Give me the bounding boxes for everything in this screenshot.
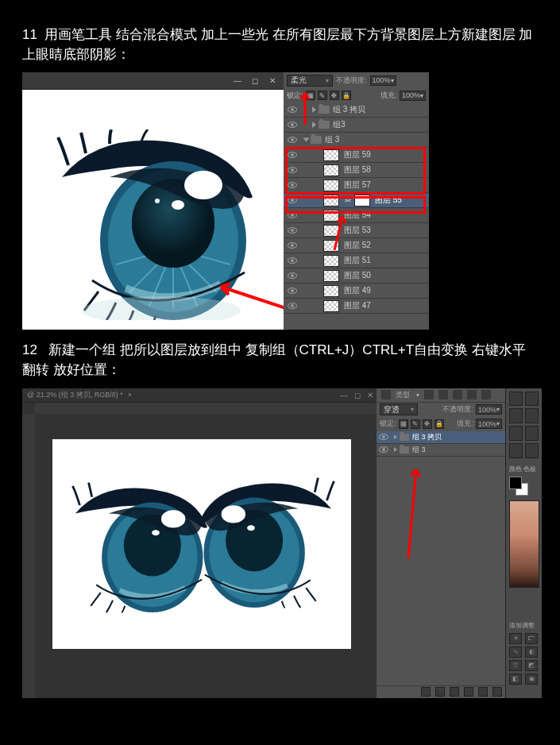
- adjust-brightness-icon[interactable]: ☀: [509, 633, 522, 644]
- expand-icon[interactable]: [312, 122, 316, 128]
- delete-icon[interactable]: [492, 687, 502, 697]
- opacity-label-2: 不透明度:: [442, 404, 473, 415]
- visibility-icon[interactable]: [379, 446, 388, 453]
- adjust-bw-icon[interactable]: ◧: [509, 674, 522, 685]
- panel-tab-icon[interactable]: [525, 392, 539, 407]
- lock-move-icon[interactable]: ✥: [330, 91, 339, 100]
- layer-row[interactable]: 图层 50: [284, 268, 429, 284]
- visibility-icon[interactable]: [288, 122, 297, 128]
- blend-mode-value: 柔光: [291, 75, 307, 86]
- layer-row[interactable]: 图层 54: [284, 208, 429, 223]
- visibility-icon[interactable]: [288, 167, 297, 173]
- maximize-icon[interactable]: ◻: [250, 77, 260, 85]
- close-tab-icon[interactable]: ×: [128, 391, 132, 399]
- expand-icon[interactable]: [394, 447, 397, 452]
- fill-field[interactable]: 100%▾: [400, 91, 426, 101]
- visibility-icon[interactable]: [288, 242, 297, 249]
- visibility-icon[interactable]: [288, 288, 297, 294]
- lock-all-icon[interactable]: 🔒: [434, 419, 444, 429]
- group-row[interactable]: 组 3: [284, 133, 429, 148]
- adjust-exposure-icon[interactable]: ◐: [525, 647, 538, 658]
- visibility-icon[interactable]: [288, 197, 297, 203]
- group-row[interactable]: 组 3 拷贝: [284, 102, 429, 118]
- expand-icon[interactable]: [303, 138, 310, 142]
- group-name: 组 3: [325, 134, 339, 145]
- layer-name: 图层 51: [344, 255, 371, 266]
- layer-row[interactable]: 图层 57: [284, 178, 429, 193]
- filter-image-icon[interactable]: [424, 390, 434, 400]
- filter-shape-icon[interactable]: [467, 390, 477, 400]
- minimize-icon[interactable]: —: [233, 77, 242, 85]
- window-controls-2: — ◻ ✕: [340, 388, 373, 403]
- document-tab[interactable]: @ 21.2% (组 3 拷贝, RGB/8) * ×: [22, 388, 377, 403]
- new-layer-icon[interactable]: [478, 687, 488, 697]
- panel-tab-icon[interactable]: [509, 443, 523, 458]
- panel-tab-icon[interactable]: [525, 426, 539, 441]
- layer-row[interactable]: 图层 51: [284, 253, 429, 268]
- visibility-icon[interactable]: [288, 272, 297, 279]
- panel-tab-icon[interactable]: [509, 392, 523, 407]
- minimize-icon[interactable]: —: [340, 391, 348, 400]
- link-layers-icon[interactable]: [421, 687, 431, 697]
- color-ramp[interactable]: [509, 500, 539, 588]
- layer-thumb: [323, 270, 339, 282]
- filter-text-icon[interactable]: [453, 390, 462, 400]
- layer-row[interactable]: 图层 58: [284, 163, 429, 178]
- kind-filter-icon[interactable]: [381, 390, 391, 400]
- new-group-icon[interactable]: [464, 687, 473, 697]
- visibility-icon[interactable]: [288, 106, 297, 113]
- filter-adjust-icon[interactable]: [438, 390, 448, 400]
- expand-icon[interactable]: [394, 434, 397, 439]
- adjust-photo-icon[interactable]: ◉: [525, 674, 538, 685]
- adjust-levels-icon[interactable]: ⫍: [525, 633, 538, 644]
- blend-mode-dropdown[interactable]: 柔光▾: [287, 75, 333, 87]
- group-row[interactable]: 组3: [284, 118, 429, 133]
- group-row[interactable]: 组 3: [377, 444, 505, 457]
- opacity-field-2[interactable]: 100%▾: [476, 404, 502, 415]
- visibility-icon[interactable]: [288, 257, 297, 264]
- layer-row[interactable]: 图层 47: [284, 299, 429, 314]
- maximize-icon[interactable]: ◻: [354, 391, 361, 400]
- mask-icon[interactable]: [450, 687, 459, 697]
- visibility-icon[interactable]: [288, 227, 297, 234]
- lock-all-icon[interactable]: 🔒: [342, 91, 351, 100]
- layer-row[interactable]: ⫘图层 55: [284, 193, 429, 208]
- collapsed-panel-tabs: [506, 388, 542, 461]
- svg-point-24: [247, 525, 255, 531]
- fg-bg-colors[interactable]: [509, 477, 528, 496]
- layer-row[interactable]: 图层 59: [284, 148, 429, 163]
- layer-row[interactable]: 图层 53: [284, 223, 429, 238]
- lock-pixels-icon[interactable]: ▦: [399, 419, 408, 429]
- panel-tab-icon[interactable]: [509, 408, 523, 423]
- blend-mode-dropdown-2[interactable]: 穿透▾: [380, 403, 418, 415]
- adjust-curves-icon[interactable]: ∿: [509, 647, 522, 658]
- group-row[interactable]: 组 3 拷贝: [377, 431, 505, 444]
- fg-color-swatch[interactable]: [509, 477, 522, 489]
- lock-brush-icon[interactable]: ✎: [318, 91, 327, 100]
- lock-move-icon[interactable]: ✥: [423, 419, 432, 429]
- lock-brush-icon[interactable]: ✎: [411, 419, 420, 429]
- visibility-icon[interactable]: [288, 182, 297, 188]
- fill-field-2[interactable]: 100%▾: [476, 419, 502, 429]
- visibility-icon[interactable]: [288, 137, 297, 143]
- layers-panel-1: 柔光▾ 不透明度: 100%▾ 锁定: ▦ ✎ ✥ 🔒 填充: 100%▾ 组 …: [284, 72, 429, 330]
- visibility-icon[interactable]: [288, 212, 297, 218]
- fx-icon[interactable]: [435, 687, 445, 697]
- panel-tab-icon[interactable]: [525, 443, 539, 458]
- visibility-icon[interactable]: [379, 434, 388, 440]
- opacity-field[interactable]: 100%▾: [370, 75, 396, 86]
- expand-icon[interactable]: [312, 106, 316, 113]
- close-icon[interactable]: ✕: [268, 77, 277, 85]
- panel-tab-icon[interactable]: [509, 426, 523, 441]
- visibility-icon[interactable]: [288, 303, 297, 309]
- visibility-icon[interactable]: [288, 152, 297, 158]
- close-icon[interactable]: ✕: [367, 391, 373, 400]
- panel-tab-icon[interactable]: [525, 408, 539, 423]
- adjust-vibrance-icon[interactable]: ▽: [509, 660, 522, 671]
- filter-smart-icon[interactable]: [481, 390, 491, 400]
- adjust-hue-icon[interactable]: ◩: [525, 660, 538, 671]
- layer-row[interactable]: 图层 49: [284, 284, 429, 299]
- blend-mode-row: 柔光▾ 不透明度: 100%▾: [284, 72, 429, 88]
- layer-row[interactable]: 图层 52: [284, 238, 429, 253]
- layer-name: 图层 59: [344, 149, 371, 160]
